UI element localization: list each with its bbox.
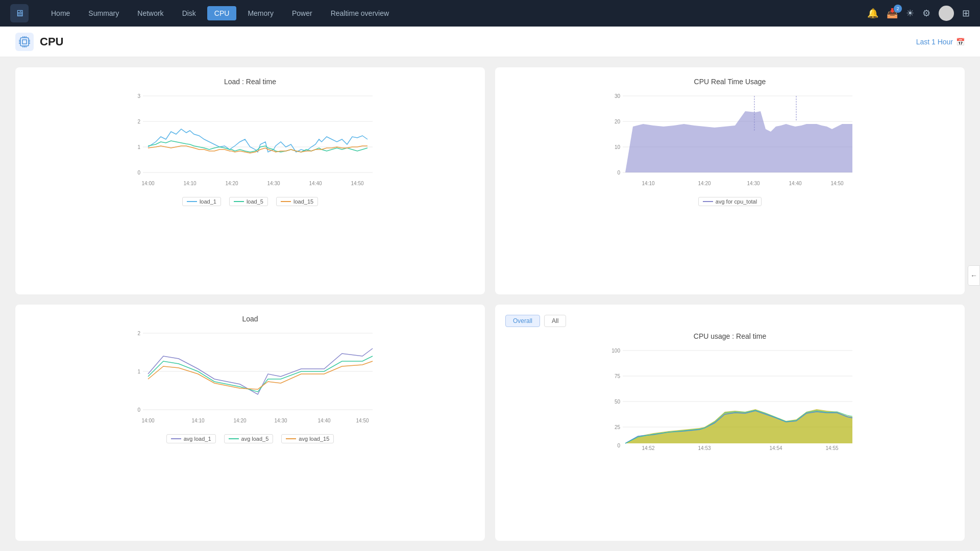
nav-memory[interactable]: Memory (240, 6, 281, 20)
svg-text:14:10: 14:10 (191, 418, 204, 423)
cpu-realtime-usage-title: CPU Real Time Usage (505, 78, 954, 86)
nav-realtime[interactable]: Realtime overview (324, 6, 396, 20)
user-avatar[interactable] (939, 6, 954, 21)
svg-text:14:40: 14:40 (309, 181, 322, 186)
nav-network[interactable]: Network (130, 6, 170, 20)
load-avg-chart: 2 1 0 14:00 14:10 14:20 14:30 14:40 14:5… (26, 328, 475, 430)
svg-marker-69 (625, 409, 852, 443)
load-realtime-title: Load : Real time (26, 78, 475, 86)
nav-power[interactable]: Power (285, 6, 320, 20)
brightness-icon[interactable]: ☀ (906, 8, 914, 19)
legend-avg-load1[interactable]: avg load_1 (166, 434, 216, 443)
svg-text:14:00: 14:00 (141, 418, 154, 423)
bell-icon[interactable]: 🔔 (867, 8, 878, 19)
svg-text:14:00: 14:00 (141, 181, 154, 186)
legend-load15[interactable]: load_15 (276, 197, 318, 206)
page-title-area: CPU (15, 33, 63, 51)
nav-summary[interactable]: Summary (81, 6, 126, 20)
calendar-icon: 📅 (956, 38, 965, 46)
svg-text:14:10: 14:10 (642, 181, 654, 186)
top-navigation: 🖥 Home Summary Network Disk CPU Memory P… (0, 0, 980, 27)
svg-text:20: 20 (615, 119, 621, 124)
svg-text:14:20: 14:20 (698, 181, 710, 186)
cpu-usage-realtime-chart: 100 75 50 25 0 14:52 14:53 14:54 14:55 (505, 345, 954, 453)
svg-text:2: 2 (137, 119, 140, 124)
inbox-icon[interactable]: 📥 2 (887, 8, 898, 19)
cpu-realtime-usage-card: CPU Real Time Usage 30 20 10 0 14:10 14:… (495, 67, 965, 294)
svg-text:75: 75 (615, 373, 621, 379)
svg-text:25: 25 (615, 424, 621, 430)
svg-text:0: 0 (137, 407, 140, 413)
svg-text:30: 30 (615, 93, 621, 99)
legend-avg-cpu-total[interactable]: avg for cpu_total (698, 197, 762, 206)
svg-text:50: 50 (615, 399, 621, 405)
svg-rect-1 (22, 40, 27, 44)
svg-text:10: 10 (615, 144, 621, 150)
page-header: CPU Last 1 Hour 📅 (0, 27, 980, 57)
svg-text:14:30: 14:30 (747, 181, 760, 186)
load-realtime-card: Load : Real time 3 2 1 0 14:00 14:10 14:… (15, 67, 485, 294)
app-logo: 🖥 (10, 4, 29, 22)
svg-text:14:50: 14:50 (356, 418, 369, 423)
svg-text:14:30: 14:30 (267, 181, 280, 186)
nav-items: Home Summary Network Disk CPU Memory Pow… (44, 6, 852, 20)
svg-text:0: 0 (137, 170, 140, 176)
svg-text:100: 100 (611, 348, 620, 354)
load-avg-title: Load (26, 315, 475, 323)
legend-avg-load15[interactable]: avg load_15 (281, 434, 334, 443)
legend-avg-load5[interactable]: avg load_5 (224, 434, 274, 443)
tab-all[interactable]: All (544, 315, 566, 327)
tab-overall[interactable]: Overall (505, 315, 540, 327)
time-selector[interactable]: Last 1 Hour 📅 (916, 38, 965, 46)
cpu-usage-realtime-title: CPU usage : Real time (505, 332, 954, 340)
settings-icon[interactable]: ⚙ (922, 8, 930, 19)
cpu-realtime-usage-chart: 30 20 10 0 14:10 14:20 14:30 14:40 14:50 (505, 91, 954, 193)
nav-icons: 🔔 📥 2 ☀ ⚙ ⊞ (867, 6, 970, 21)
svg-text:2: 2 (137, 331, 140, 336)
load-avg-card: Load 2 1 0 14:00 14:10 14:20 14:30 14:40… (15, 305, 485, 541)
svg-text:14:50: 14:50 (830, 181, 843, 186)
svg-text:14:30: 14:30 (274, 418, 287, 423)
svg-text:14:20: 14:20 (225, 181, 238, 186)
cpu-usage-realtime-card: Overall All CPU usage : Real time 100 75… (495, 305, 965, 541)
svg-text:14:50: 14:50 (351, 181, 363, 186)
chart-tabs: Overall All (505, 315, 954, 327)
nav-cpu[interactable]: CPU (207, 6, 237, 20)
page-title: CPU (40, 35, 63, 48)
svg-text:14:54: 14:54 (769, 445, 782, 451)
svg-marker-41 (625, 111, 852, 172)
svg-text:1: 1 (137, 144, 140, 150)
cpu-page-icon (15, 33, 34, 51)
load-avg-legend: avg load_1 avg load_5 avg load_15 (26, 434, 475, 443)
svg-text:14:20: 14:20 (233, 418, 246, 423)
load-realtime-chart: 3 2 1 0 14:00 14:10 14:20 14:30 14:40 14… (26, 91, 475, 193)
nav-home[interactable]: Home (44, 6, 77, 20)
svg-text:0: 0 (617, 443, 620, 448)
svg-text:14:10: 14:10 (183, 181, 196, 186)
svg-text:3: 3 (137, 93, 140, 99)
svg-text:14:55: 14:55 (825, 445, 838, 451)
inbox-badge: 2 (894, 5, 902, 13)
grid-icon[interactable]: ⊞ (962, 8, 970, 19)
legend-load5[interactable]: load_5 (229, 197, 268, 206)
svg-text:14:40: 14:40 (789, 181, 801, 186)
svg-text:14:52: 14:52 (642, 445, 654, 451)
nav-disk[interactable]: Disk (175, 6, 203, 20)
cpu-realtime-usage-legend: avg for cpu_total (505, 197, 954, 206)
svg-text:1: 1 (137, 369, 140, 374)
svg-text:0: 0 (617, 170, 620, 176)
content-area: Load : Real time 3 2 1 0 14:00 14:10 14:… (0, 57, 980, 551)
svg-rect-0 (20, 38, 29, 46)
svg-text:14:40: 14:40 (317, 418, 330, 423)
svg-text:14:53: 14:53 (698, 445, 710, 451)
collapse-sidebar-button[interactable]: ← (968, 265, 980, 286)
load-realtime-legend: load_1 load_5 load_15 (26, 197, 475, 206)
legend-load1[interactable]: load_1 (182, 197, 221, 206)
